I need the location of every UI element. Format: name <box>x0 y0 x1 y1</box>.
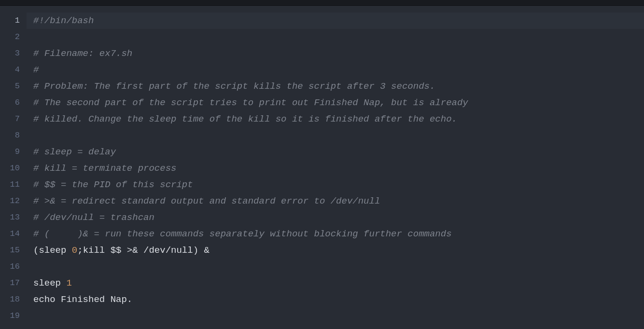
code-line[interactable]: sleep 1 <box>27 275 644 291</box>
line-number[interactable]: 9 <box>0 144 27 160</box>
line-number[interactable]: 16 <box>0 259 27 275</box>
code-token: # >& = redirect standard output and stan… <box>33 196 380 206</box>
line-number[interactable]: 19 <box>0 308 27 324</box>
line-number[interactable]: 2 <box>0 29 27 45</box>
code-token: # killed. Change the sleep time of the k… <box>33 114 457 124</box>
line-number[interactable]: 5 <box>0 78 27 95</box>
code-line[interactable]: # /dev/null = trashcan <box>27 209 644 226</box>
code-token: # $$ = the PID of this script <box>33 179 193 190</box>
code-token: # sleep = delay <box>33 147 116 157</box>
line-number[interactable]: 10 <box>0 160 27 177</box>
code-token: # kill = terminate process <box>33 163 176 174</box>
code-token: kill $$ >& /dev/null) & <box>83 245 210 256</box>
line-number[interactable]: 18 <box>0 291 27 308</box>
code-line[interactable]: # killed. Change the sleep time of the k… <box>27 111 644 127</box>
line-number[interactable]: 20 <box>0 324 27 329</box>
code-line[interactable]: # sleep = delay <box>27 144 644 160</box>
code-token: # /dev/null = trashcan <box>33 212 154 223</box>
line-number[interactable]: 6 <box>0 95 27 111</box>
title-bar <box>0 0 644 6</box>
code-line[interactable]: # Problem: The first part of the script … <box>27 78 644 95</box>
code-token: ; <box>77 245 83 256</box>
code-line[interactable]: (sleep 0;kill $$ >& /dev/null) & <box>27 242 644 259</box>
code-area[interactable]: #!/bin/bash# Filename: ex7.sh## Problem:… <box>27 6 644 329</box>
line-number[interactable]: 17 <box>0 275 27 291</box>
code-token: # Problem: The first part of the script … <box>33 81 435 92</box>
code-line[interactable]: # The second part of the script tries to… <box>27 95 644 111</box>
code-token: # ( )& = run these commands separately w… <box>33 229 452 239</box>
code-line[interactable]: # <box>27 62 644 78</box>
code-line[interactable]: # ( )& = run these commands separately w… <box>27 226 644 242</box>
line-number[interactable]: 12 <box>0 193 27 209</box>
code-line[interactable]: echo Finished Nap. <box>27 291 644 308</box>
code-token: # Filename: ex7.sh <box>33 48 132 59</box>
line-number[interactable]: 7 <box>0 111 27 127</box>
code-line[interactable] <box>27 259 644 275</box>
code-line[interactable]: # $$ = the PID of this script <box>27 177 644 193</box>
code-line[interactable] <box>27 308 644 324</box>
code-line[interactable] <box>27 324 644 329</box>
code-token: sleep <box>33 278 66 288</box>
line-number[interactable]: 13 <box>0 209 27 226</box>
line-number[interactable]: 11 <box>0 177 27 193</box>
code-token: (sleep <box>33 245 72 256</box>
code-line[interactable]: # kill = terminate process <box>27 160 644 177</box>
code-token: Finished Nap. <box>56 294 133 305</box>
code-line[interactable]: # Filename: ex7.sh <box>27 45 644 62</box>
line-number[interactable]: 3 <box>0 45 27 62</box>
line-number[interactable]: 4 <box>0 62 27 78</box>
code-line[interactable] <box>27 127 644 144</box>
code-token: #!/bin/bash <box>33 15 94 26</box>
line-number[interactable]: 15 <box>0 242 27 259</box>
code-token: echo <box>33 294 56 305</box>
line-number-gutter[interactable]: 1234567891011121314151617181920 <box>0 6 27 329</box>
code-token: 0 <box>72 245 77 256</box>
code-token: # The second part of the script tries to… <box>33 97 468 108</box>
code-line[interactable] <box>27 29 644 45</box>
line-number[interactable]: 14 <box>0 226 27 242</box>
code-token: # <box>33 65 39 75</box>
code-line[interactable]: # >& = redirect standard output and stan… <box>27 193 644 209</box>
line-number[interactable]: 8 <box>0 127 27 144</box>
line-number[interactable]: 1 <box>0 13 27 29</box>
code-token: 1 <box>66 278 71 288</box>
code-line[interactable]: #!/bin/bash <box>27 13 644 29</box>
code-editor[interactable]: 1234567891011121314151617181920 #!/bin/b… <box>0 6 644 329</box>
